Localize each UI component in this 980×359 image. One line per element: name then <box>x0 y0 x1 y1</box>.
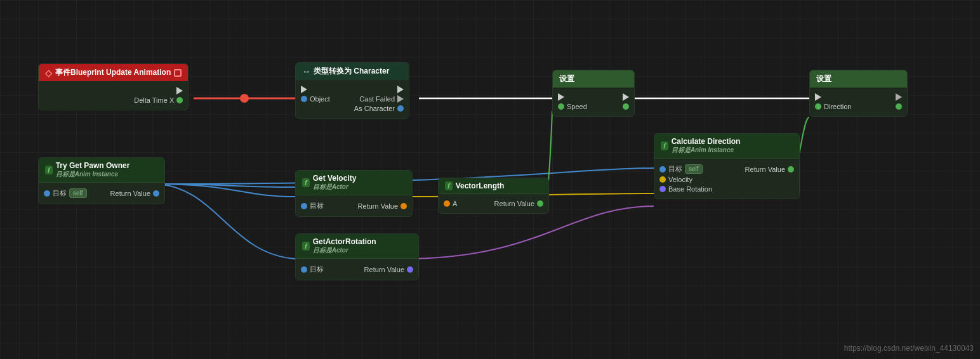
set-speed-exec-out[interactable] <box>623 93 629 101</box>
calc-velocity-label: Velocity <box>668 176 692 183</box>
vel-return-pin[interactable] <box>401 203 407 209</box>
vector-length-title: VectorLength <box>456 181 505 190</box>
calc-self-badge: self <box>685 164 703 174</box>
calc-dir-subtitle: 目标是Anim Instance <box>672 146 741 155</box>
vel-return-label: Return Value <box>358 202 398 210</box>
direction-in-pin[interactable] <box>815 103 821 110</box>
calc-velocity-pin[interactable] <box>659 176 666 183</box>
vector-length-header: f VectorLength <box>439 178 548 194</box>
set-dir-exec-row <box>815 93 902 101</box>
veclen-a-label: A <box>453 200 457 207</box>
try-get-pawn-body: 目标 self Return Value <box>39 183 164 204</box>
get-velocity-title: Get Velocity <box>313 174 357 183</box>
try-get-pawn-node: f Try Get Pawn Owner 目标是Anim Instance 目标… <box>38 157 165 204</box>
calc-return-label: Return Value <box>745 166 785 173</box>
veclen-return-pin[interactable] <box>537 200 543 207</box>
speed-in-pin[interactable] <box>558 103 564 110</box>
cast-exec-in[interactable] <box>301 86 307 93</box>
rot-target-label: 目标 <box>310 264 324 274</box>
speed-label: Speed <box>567 103 587 110</box>
event-node-header: ◇ 事件Blueprint Update Animation <box>39 64 188 81</box>
veclen-a-row: A Return Value <box>444 200 543 207</box>
veclen-return-label: Return Value <box>494 200 534 207</box>
watermark: https://blog.csdn.net/weixin_44130043 <box>844 344 974 353</box>
get-velocity-node: f Get Velocity 目标是Actor 目标 Return Value <box>295 170 413 217</box>
calc-base-rotation-pin[interactable] <box>659 186 666 192</box>
set-dir-exec-out[interactable] <box>896 93 902 101</box>
cast-node: ↔ 类型转换为 Character Object Cast Failed As … <box>295 62 409 119</box>
get-actor-rotation-body: 目标 Return Value <box>296 259 418 280</box>
get-actor-rotation-subtitle: 目标是Actor <box>313 246 376 255</box>
try-get-pawn-title: Try Get Pawn Owner <box>56 161 130 170</box>
set-speed-node: 设置 Speed <box>552 70 635 117</box>
get-actor-rotation-title: GetActorRotation <box>313 237 376 246</box>
set-direction-body: Direction <box>810 88 907 116</box>
try-get-pawn-header: f Try Get Pawn Owner 目标是Anim Instance <box>39 158 164 183</box>
cast-exec-row <box>301 86 404 93</box>
cast-node-header: ↔ 类型转换为 Character <box>296 63 409 80</box>
rot-return-pin[interactable] <box>407 266 413 273</box>
set-speed-body: Speed <box>553 88 634 116</box>
event-node: ◇ 事件Blueprint Update Animation Delta Tim… <box>38 63 189 110</box>
as-character-row: As Character <box>301 105 404 112</box>
calc-dir-header: f Calculate Direction 目标是Anim Instance <box>654 134 799 159</box>
calc-dir-body: 目标 self Return Value Velocity Base Rotat… <box>654 159 799 199</box>
event-node-body: Delta Time X <box>39 81 188 110</box>
calc-return-pin[interactable] <box>788 166 794 173</box>
vector-length-node: f VectorLength A Return Value <box>438 178 549 214</box>
set-direction-header: 设置 <box>810 70 907 88</box>
veclen-a-pin[interactable] <box>444 200 450 207</box>
try-target-label: 目标 <box>53 188 67 198</box>
calc-base-rotation-label: Base Rotation <box>668 185 712 193</box>
cast-failed-pin[interactable] <box>397 95 404 103</box>
direction-out-pin[interactable] <box>896 103 902 110</box>
try-return-label: Return Value <box>110 190 150 197</box>
object-pin[interactable] <box>301 96 307 102</box>
try-self-badge: self <box>69 188 87 198</box>
vel-target-row: 目标 Return Value <box>301 201 407 211</box>
event-node-title: 事件Blueprint Update Animation <box>55 67 171 78</box>
calc-target-pin[interactable] <box>659 166 666 173</box>
delta-time-label: Delta Time X <box>134 96 174 104</box>
speed-out-pin[interactable] <box>623 103 629 110</box>
delta-time-pin[interactable] <box>176 97 183 103</box>
fx-icon4: f <box>302 242 310 251</box>
set-direction-title: 设置 <box>816 74 831 84</box>
rot-target-row: 目标 Return Value <box>301 264 413 274</box>
try-target-pin[interactable] <box>44 190 50 197</box>
rot-return-label: Return Value <box>364 266 404 273</box>
as-character-label: As Character <box>354 105 395 112</box>
cast-exec-out[interactable] <box>397 86 404 93</box>
set-speed-title: 设置 <box>559 74 574 84</box>
set-speed-header: 设置 <box>553 70 634 88</box>
vector-length-body: A Return Value <box>439 194 548 213</box>
direction-label: Direction <box>824 103 851 110</box>
exec-out-row <box>44 87 183 95</box>
calculate-direction-node: f Calculate Direction 目标是Anim Instance 目… <box>654 133 800 199</box>
set-speed-exec-in[interactable] <box>558 93 564 101</box>
delta-time-row: Delta Time X <box>44 96 183 104</box>
try-return-pin[interactable] <box>153 190 159 197</box>
cast-failed-label: Cast Failed <box>359 95 395 103</box>
as-character-pin[interactable] <box>397 105 404 112</box>
cast-object-row: Object Cast Failed <box>301 95 404 103</box>
fx-icon3: f <box>445 181 453 190</box>
exec-out-pin[interactable] <box>176 87 183 95</box>
vel-target-pin[interactable] <box>301 203 307 209</box>
get-velocity-body: 目标 Return Value <box>296 195 412 216</box>
cast-node-body: Object Cast Failed As Character <box>296 80 409 118</box>
set-dir-exec-in[interactable] <box>815 93 821 101</box>
get-velocity-header: f Get Velocity 目标是Actor <box>296 171 412 195</box>
rot-target-pin[interactable] <box>301 266 307 273</box>
calc-dir-title: Calculate Direction <box>672 137 741 146</box>
get-actor-rotation-header: f GetActorRotation 目标是Actor <box>296 234 418 259</box>
calc-target-row: 目标 self Return Value <box>659 164 794 174</box>
speed-row: Speed <box>558 103 629 110</box>
set-direction-node: 设置 Direction <box>809 70 908 117</box>
vel-target-label: 目标 <box>310 201 324 211</box>
calc-velocity-row: Velocity <box>659 176 794 183</box>
get-velocity-subtitle: 目标是Actor <box>313 183 357 192</box>
fx-icon: f <box>45 166 53 174</box>
try-target-row: 目标 self Return Value <box>44 188 159 198</box>
fx-icon2: f <box>302 178 310 187</box>
